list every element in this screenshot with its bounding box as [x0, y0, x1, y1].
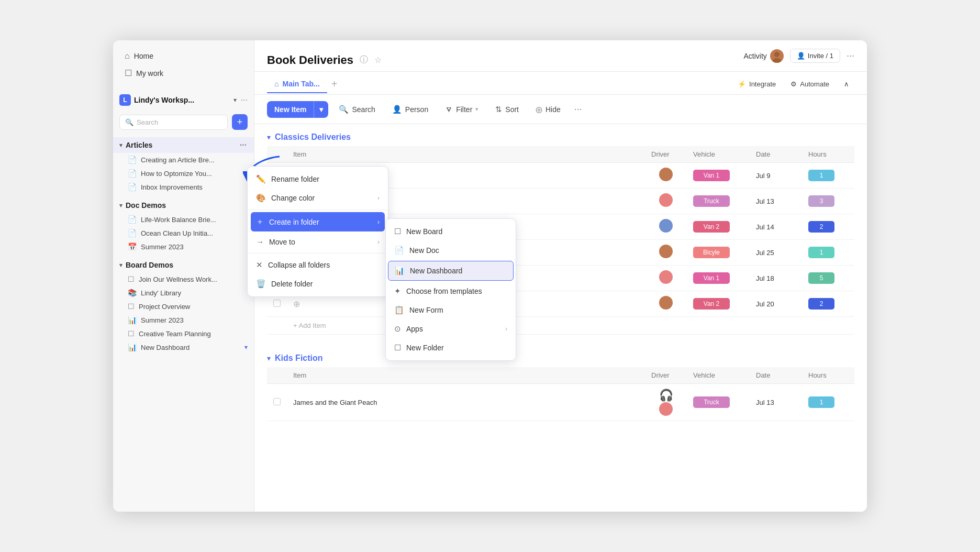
workspace-avatar: L	[119, 94, 131, 106]
toolbar: New Item ▾ 🔍 Search 👤 Person ⛛ Filter ▾ …	[254, 95, 867, 124]
hours-badge: 5	[808, 272, 834, 284]
hide-button[interactable]: ◎ Hide	[529, 101, 567, 118]
hours-badge: 3	[808, 195, 834, 207]
sidebar-add-button[interactable]: +	[232, 114, 248, 130]
new-item-button[interactable]: New Item ▾	[267, 101, 328, 118]
chevron-right-icon: ›	[377, 218, 380, 226]
workspace-header[interactable]: L Lindy's Worksp... ▾ ···	[113, 89, 254, 111]
context-menu-item-move[interactable]: → Move to ›	[248, 233, 388, 251]
collapse-icon: ✕	[256, 260, 263, 270]
group-chevron-icon[interactable]: ▾	[267, 354, 271, 362]
sort-icon: ⇅	[495, 105, 502, 114]
workspace-more-icon[interactable]: ···	[241, 95, 248, 105]
toolbar-more-button[interactable]: ···	[571, 100, 585, 118]
context-menu-item-create[interactable]: ＋ Create in folder ›	[251, 212, 385, 231]
submenu-item-apps[interactable]: ⊙ Apps ›	[386, 319, 516, 338]
tab-add-button[interactable]: +	[327, 74, 342, 94]
collapse-button[interactable]: ∧	[839, 78, 854, 91]
integrate-label: Integrate	[749, 80, 776, 88]
sidebar-item-art2[interactable]: 📄 How to Optomize You...	[113, 167, 254, 180]
group-kids-title: Kids Fiction	[275, 354, 323, 363]
row-date: Jul 13	[750, 384, 802, 421]
sidebar-folder-articles-label: Articles	[126, 141, 152, 149]
sidebar-item-dd3[interactable]: 📅 Summer 2023	[113, 240, 254, 253]
context-menu-item-rename[interactable]: ✏️ Rename folder	[248, 170, 388, 189]
sidebar: ⌂ Home ☐ My work L Lindy's Worksp... ▾ ·…	[113, 40, 254, 512]
sidebar-home-label: Home	[134, 52, 153, 60]
sidebar-folder-boarddemos[interactable]: ▾ Board Demos	[113, 258, 254, 272]
row-checkbox[interactable]	[273, 300, 281, 307]
sidebar-item-mywork[interactable]: ☐ My work	[119, 64, 248, 82]
sidebar-item-art1[interactable]: 📄 Creating an Article Bre...	[113, 153, 254, 167]
row-driver-add[interactable]	[645, 189, 687, 214]
integrate-button[interactable]: ⚡ Integrate	[732, 78, 781, 91]
hours-badge: 2	[808, 298, 834, 310]
submenu-item-newdashboard[interactable]: 📊 New Dashboard	[388, 261, 514, 281]
topbar-right: Activity 👤 Invite / 1 ···	[744, 49, 855, 71]
driver-avatar	[659, 296, 673, 310]
calendar-icon: 📅	[128, 242, 137, 251]
activity-button[interactable]: Activity	[744, 49, 784, 63]
driver-avatar	[659, 245, 673, 258]
row-driver-add[interactable]	[645, 240, 687, 266]
th-driver: Driver	[645, 146, 687, 163]
automate-icon: ⚙	[790, 80, 797, 88]
context-menu-item-collapse[interactable]: ✕ Collapse all folders	[248, 256, 388, 274]
star-icon[interactable]: ☆	[374, 55, 382, 65]
context-menu-item-delete[interactable]: 🗑️ Delete folder	[248, 274, 388, 293]
invite-button[interactable]: 👤 Invite / 1	[790, 49, 840, 63]
sidebar-item-home[interactable]: ⌂ Home	[119, 48, 248, 64]
submenu-item-newdoc[interactable]: 📄 New Doc	[386, 241, 516, 260]
group-chevron-icon[interactable]: ▾	[267, 133, 271, 141]
sidebar-item-bd4[interactable]: 📊 Summer 2023	[113, 313, 254, 327]
sort-button[interactable]: ⇅ Sort	[489, 101, 525, 118]
add-item-icon[interactable]: ⊕	[293, 300, 300, 308]
submenu-item-newboard[interactable]: ☐ New Board	[386, 222, 516, 241]
row-date: Jul 13	[750, 189, 802, 214]
folder-icon: ☐	[394, 343, 401, 352]
search-button[interactable]: 🔍 Search	[332, 101, 381, 118]
apps-icon: ⊙	[394, 324, 401, 334]
automate-button[interactable]: ⚙ Automate	[785, 78, 834, 91]
folder-more-icon[interactable]: ···	[239, 140, 248, 150]
sidebar-item-bd5[interactable]: ☐ Creative Team Planning	[113, 327, 254, 340]
row-driver-add[interactable]	[645, 266, 687, 291]
sidebar-search-box[interactable]: 🔍 Search	[119, 115, 228, 130]
sort-label: Sort	[505, 105, 519, 114]
person-add-icon: 👤	[797, 52, 805, 60]
submenu-item-newform[interactable]: 📋 New Form	[386, 301, 516, 319]
sidebar-folder-articles[interactable]: ▾ Articles ···	[113, 137, 254, 153]
sidebar-item-bd6[interactable]: 📊 New Dashboard ▾	[113, 340, 254, 354]
row-driver-add[interactable]	[645, 214, 687, 240]
sidebar-item-bd1[interactable]: ☐ Join Our Wellness Work...	[113, 272, 254, 286]
sidebar-folder-docdemos[interactable]: ▾ Doc Demos	[113, 198, 254, 213]
more-button[interactable]: ···	[847, 50, 854, 61]
info-icon[interactable]: ⓘ	[360, 54, 368, 65]
add-item-label[interactable]: + Add Item	[287, 317, 854, 335]
sidebar-item-art3[interactable]: 📄 Inbox Improvements	[113, 180, 254, 194]
row-checkbox[interactable]	[273, 398, 281, 405]
sidebar-item-bd2[interactable]: 📚 Lindy' Library	[113, 286, 254, 300]
person-button[interactable]: 👤 Person	[386, 101, 435, 118]
add-item-row[interactable]: + Add Item	[267, 317, 854, 335]
context-menu-item-color[interactable]: 🎨 Change color ›	[248, 189, 388, 207]
sidebar-folder-docdemos-label: Doc Demos	[126, 201, 166, 209]
new-item-chevron-icon[interactable]: ▾	[314, 101, 328, 118]
sidebar-item-bd3[interactable]: ☐ Project Overview	[113, 300, 254, 313]
row-date: Jul 14	[750, 214, 802, 240]
app-container: ⌂ Home ☐ My work L Lindy's Worksp... ▾ ·…	[113, 40, 867, 512]
th-date: Date	[750, 146, 802, 163]
submenu-item-newfolder[interactable]: ☐ New Folder	[386, 338, 516, 357]
sidebar-item-dd2[interactable]: 📄 Ocean Clean Up Initia...	[113, 226, 254, 240]
tab-main[interactable]: ⌂ Main Tab...	[267, 75, 327, 93]
sidebar-item-dd1[interactable]: 📄 Life-Work Balance Brie...	[113, 213, 254, 226]
filter-button[interactable]: ⛛ Filter ▾	[439, 101, 485, 117]
workspace-chevron-icon: ▾	[233, 96, 237, 104]
hide-icon: ◎	[536, 105, 542, 114]
submenu-item-templates[interactable]: ✦ Choose from templates	[386, 282, 516, 301]
new-item-label: New Item	[267, 101, 314, 118]
search-label: Search	[352, 105, 375, 114]
row-driver-add[interactable]	[645, 163, 687, 189]
row-driver-add[interactable]	[645, 291, 687, 317]
sidebar-mywork-label: My work	[136, 69, 163, 78]
